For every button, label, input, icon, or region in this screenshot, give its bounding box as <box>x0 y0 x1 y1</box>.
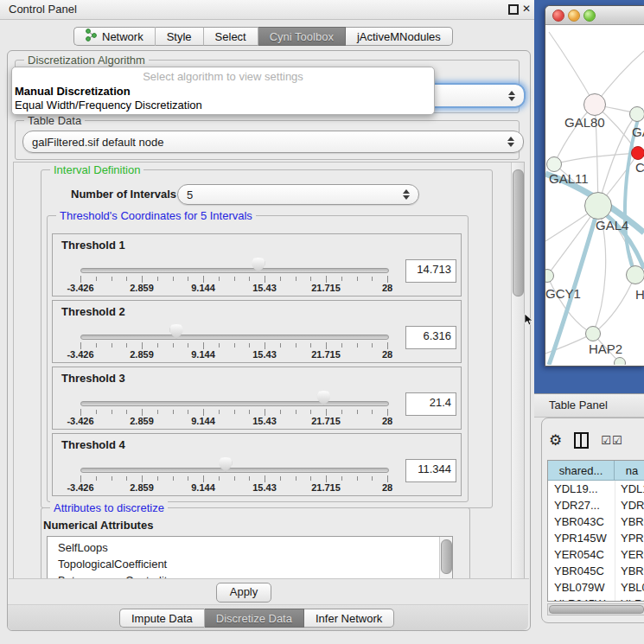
table-row[interactable]: YBL079WYBL0 <box>548 579 644 596</box>
cell-shared-name[interactable]: YDL19... <box>548 481 615 497</box>
tick-label: -3.426 <box>67 416 93 426</box>
tick-mark <box>80 475 81 482</box>
list-scrollbar-thumb[interactable] <box>441 539 452 574</box>
network-node[interactable] <box>585 326 601 341</box>
threshold-1-slider[interactable] <box>80 268 389 273</box>
list-item[interactable]: TopologicalCoefficient <box>48 556 452 572</box>
tick-mark <box>173 476 174 481</box>
slider-thumb[interactable] <box>219 457 232 472</box>
table-row[interactable]: YPR145WYPR1 <box>548 530 644 546</box>
tick-mark <box>96 410 97 414</box>
tab-discretize-data[interactable]: Discretize Data <box>205 609 304 628</box>
list-item[interactable]: SelfLoops <box>48 539 452 556</box>
popup-option-manual-discretization[interactable]: Manual Discretization <box>12 85 434 99</box>
tick-mark <box>80 409 81 416</box>
cell-name[interactable]: YBR0 <box>615 563 644 579</box>
gear-icon[interactable]: ⚙ <box>549 433 562 448</box>
cell-shared-name[interactable]: YBR045C <box>548 563 615 579</box>
network-node[interactable] <box>626 265 644 284</box>
threshold-4-slider[interactable] <box>80 468 389 473</box>
tick-mark <box>296 476 296 481</box>
tab-impute-data[interactable]: Impute Data <box>119 609 205 628</box>
float-icon[interactable] <box>508 4 519 15</box>
tab-style[interactable]: Style <box>156 27 204 46</box>
slider-thumb[interactable] <box>170 324 183 339</box>
cell-name[interactable]: YPR1 <box>615 530 644 546</box>
tab-network[interactable]: Network <box>73 27 156 46</box>
control-panel-titlebar: Control Panel ✕ <box>0 0 534 20</box>
node-label: HAP2 <box>589 341 622 356</box>
settings-scrollbar-thumb[interactable] <box>513 169 524 296</box>
popup-option-equal-width[interactable]: Equal Width/Frequency Discretization <box>12 99 434 112</box>
settings-scrollbar[interactable] <box>511 163 524 579</box>
network-node[interactable] <box>546 156 562 172</box>
column-header-name[interactable]: na <box>615 461 644 480</box>
threshold-2-value-field[interactable]: 6.316 <box>405 326 456 349</box>
close-icon[interactable]: ✕ <box>522 3 531 15</box>
node-label: GAL80 <box>564 115 605 130</box>
tick-mark <box>188 476 188 481</box>
numerical-attributes-label: Numerical Attributes <box>43 519 153 532</box>
list-scrollbar[interactable] <box>439 537 452 580</box>
table-row[interactable]: YDR27...YDR2 <box>548 497 644 513</box>
slider-ticks <box>80 409 387 416</box>
cell-shared-name[interactable]: YER054C <box>548 546 615 563</box>
cell-name[interactable]: YDR2 <box>615 497 644 513</box>
edge <box>549 32 595 105</box>
tab-jactivemnodules[interactable]: jActiveMNodules <box>346 27 453 46</box>
number-of-intervals-combobox[interactable]: 5 <box>177 184 419 205</box>
network-node[interactable] <box>614 357 626 365</box>
threshold-3-slider[interactable] <box>80 401 389 406</box>
slider-tick-labels: -3.4262.8599.14415.4321.71528 <box>80 349 387 360</box>
network-node[interactable] <box>584 192 612 220</box>
cell-shared-name[interactable]: YPR145W <box>548 530 615 546</box>
checkbox-icons[interactable]: ☑☑ <box>601 434 622 447</box>
close-traffic-light-icon[interactable] <box>552 10 564 22</box>
table-scrollbar-thumb[interactable] <box>549 605 644 614</box>
cell-name[interactable]: YER0 <box>615 546 644 563</box>
column-header-shared-name[interactable]: shared... <box>548 461 615 480</box>
cell-shared-name[interactable]: YDR27... <box>548 497 615 513</box>
network-node[interactable] <box>583 93 606 116</box>
table-row[interactable]: YBR045CYBR0 <box>548 563 644 579</box>
tick-mark <box>357 476 358 481</box>
slider-thumb[interactable] <box>252 258 265 272</box>
cell-shared-name[interactable]: YBR043C <box>548 513 615 530</box>
table-row[interactable]: YDL19...YDL1 <box>548 481 644 497</box>
table-row[interactable]: YER054CYER0 <box>548 546 644 563</box>
tick-mark <box>219 343 220 348</box>
edge <box>554 153 638 164</box>
cell-name[interactable]: YDL1 <box>615 481 644 497</box>
tick-mark <box>265 342 265 349</box>
threshold-3-value-field[interactable]: 21.4 <box>405 392 456 416</box>
cell-name[interactable]: YLR3 <box>615 596 644 602</box>
threshold-4-value-field[interactable]: 11.344 <box>405 459 456 482</box>
tab-select[interactable]: Select <box>204 27 258 46</box>
cell-name[interactable]: YBL0 <box>615 579 644 596</box>
network-node[interactable] <box>631 146 644 160</box>
cyni-toolbox-panel: Discretization Algorithm Select algorith… <box>7 50 531 631</box>
tick-mark <box>188 277 188 281</box>
tab-cyni-toolbox[interactable]: Cyni Toolbox <box>258 27 346 46</box>
threshold-2-slider[interactable] <box>80 335 389 340</box>
network-canvas[interactable]: GAL80GACGAL11GAL4GCY1HHAP2 <box>545 25 644 365</box>
tick-mark <box>219 277 220 281</box>
tick-mark <box>341 343 342 348</box>
stepper-arrows-icon <box>403 189 410 200</box>
table-horizontal-scrollbar[interactable] <box>547 603 644 615</box>
apply-button[interactable]: Apply <box>216 583 271 603</box>
network-node[interactable] <box>629 106 644 122</box>
zoom-traffic-light-icon[interactable] <box>583 10 596 22</box>
table-row[interactable]: YLR345WYLR3 <box>548 596 644 602</box>
slider-thumb[interactable] <box>317 391 330 405</box>
table-data-combobox[interactable]: galFiltered.sif default node <box>22 131 524 153</box>
threshold-1-value-field[interactable]: 14.713 <box>405 259 456 283</box>
cell-shared-name[interactable]: YLR345W <box>548 596 615 602</box>
columns-icon[interactable] <box>574 432 589 449</box>
cell-shared-name[interactable]: YBL079W <box>548 579 615 596</box>
minimize-traffic-light-icon[interactable] <box>568 10 580 22</box>
tab-infer-network[interactable]: Infer Network <box>304 609 394 628</box>
tick-label: 2.859 <box>130 349 154 360</box>
cell-name[interactable]: YBR0 <box>615 513 644 530</box>
table-row[interactable]: YBR043CYBR0 <box>548 513 644 530</box>
